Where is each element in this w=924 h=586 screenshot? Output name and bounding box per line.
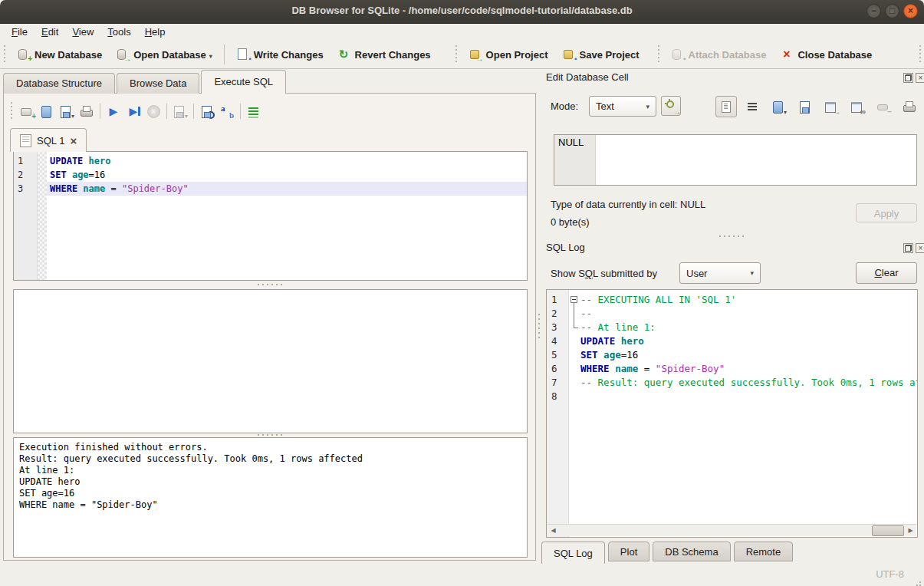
horizontal-splitter[interactable] bbox=[546, 234, 918, 239]
log-line: 8 bbox=[547, 390, 917, 403]
set-null-button[interactable]: − bbox=[873, 97, 893, 117]
save-project-icon: ▪ bbox=[562, 48, 575, 61]
vertical-splitter[interactable] bbox=[536, 93, 541, 561]
save-results-button[interactable]: ▾ bbox=[170, 102, 190, 120]
copy-link-button[interactable]: ∞ bbox=[847, 97, 867, 117]
sql-code-editor[interactable]: 1 UPDATE hero 2 SET age=16 3 WHERE name … bbox=[13, 151, 528, 281]
fold-collapse-icon[interactable] bbox=[571, 296, 577, 303]
horizontal-scrollbar[interactable]: ◀ ▶ bbox=[547, 524, 916, 536]
fold-line bbox=[574, 321, 578, 328]
scroll-left-icon[interactable]: ◀ bbox=[547, 525, 559, 536]
line-number: 5 bbox=[547, 348, 568, 362]
maximize-button[interactable]: □ bbox=[885, 4, 899, 18]
cell-value-editor[interactable]: NULL bbox=[554, 134, 917, 186]
close-tab-icon[interactable]: × bbox=[70, 136, 77, 146]
float-dock-icon[interactable] bbox=[903, 243, 913, 253]
log-filter-combobox[interactable]: User ▾ bbox=[679, 262, 761, 284]
scrollbar-thumb[interactable] bbox=[872, 525, 904, 536]
tab-remote[interactable]: Remote bbox=[734, 542, 794, 561]
cell-type-text: Type of data currently in cell: NULL bbox=[551, 199, 705, 210]
sql-tab[interactable]: SQL 1 × bbox=[10, 128, 87, 152]
sql-log-view[interactable]: 1 -- EXECUTING ALL IN 'SQL 1' 2 -- 3 -- … bbox=[546, 289, 918, 538]
tab-plot[interactable]: Plot bbox=[608, 542, 649, 561]
open-project-icon: → bbox=[469, 48, 482, 61]
message-line: WHERE name = "Spider-Boy" bbox=[19, 499, 521, 511]
tab-database-structure[interactable]: Database Structure bbox=[3, 73, 115, 94]
menu-help[interactable]: Help bbox=[138, 25, 173, 39]
toolbar-drag-handle[interactable] bbox=[10, 102, 14, 120]
attach-database-button[interactable]: ▪ Attach Database bbox=[664, 45, 774, 64]
close-dock-icon[interactable]: × bbox=[916, 73, 924, 83]
export-data-button[interactable] bbox=[795, 97, 815, 117]
open-database-button[interactable]: → Open Database ▾ bbox=[109, 45, 219, 64]
stop-execution-button[interactable]: × bbox=[143, 102, 163, 120]
import-settings-button[interactable]: → bbox=[661, 96, 681, 116]
print-sql-button[interactable] bbox=[77, 102, 97, 120]
line-number: 6 bbox=[547, 362, 568, 376]
save-project-button[interactable]: ▪ Save Project bbox=[555, 45, 646, 64]
mode-label: Mode: bbox=[551, 100, 578, 112]
text-mode-button[interactable] bbox=[715, 96, 737, 117]
close-button[interactable]: × bbox=[903, 4, 918, 18]
new-database-icon: + bbox=[17, 48, 30, 61]
open-project-button[interactable]: → Open Project bbox=[462, 45, 555, 64]
toolbar-drag-handle[interactable] bbox=[657, 45, 661, 64]
write-changes-button[interactable]: ▪ Write Changes bbox=[229, 45, 330, 64]
line-number: 3 bbox=[547, 321, 568, 334]
open-sql-tab-icon: + bbox=[20, 105, 34, 118]
tab-execute-sql[interactable]: Execute SQL bbox=[201, 70, 286, 94]
import-data-button[interactable]: ▾ bbox=[769, 97, 789, 117]
open-in-window-button[interactable]: → bbox=[821, 97, 841, 117]
mode-combobox[interactable]: Text ▾ bbox=[589, 96, 656, 117]
encoding-indicator[interactable]: UTF-8 bbox=[876, 568, 904, 580]
find-replace-button[interactable]: ab bbox=[217, 102, 237, 120]
find-button[interactable] bbox=[197, 102, 217, 120]
line-number: 1 bbox=[547, 293, 568, 307]
open-sql-tab-button[interactable]: + bbox=[17, 102, 37, 120]
toolbar-drag-handle[interactable] bbox=[3, 45, 7, 64]
tab-db-schema[interactable]: DB Schema bbox=[653, 542, 730, 561]
toolbar-button-label: Open Project bbox=[486, 49, 548, 61]
cell-size-text: 0 byte(s) bbox=[551, 216, 590, 228]
toolbar-drag-handle[interactable] bbox=[919, 45, 922, 64]
toolbar-drag-handle[interactable] bbox=[455, 45, 459, 64]
execute-current-line-button[interactable]: ▶ bbox=[123, 102, 143, 120]
horizontal-splitter[interactable] bbox=[13, 282, 528, 287]
menu-edit[interactable]: Edit bbox=[35, 25, 65, 39]
dropdown-caret-icon: ▾ bbox=[209, 53, 212, 60]
new-database-button[interactable]: + New Database bbox=[10, 45, 109, 64]
attach-database-icon: ▪ bbox=[671, 48, 684, 61]
code-text: UPDATE hero bbox=[580, 334, 917, 348]
line-number: 2 bbox=[547, 307, 568, 321]
apply-button[interactable]: Apply bbox=[856, 203, 917, 222]
word-wrap-button[interactable] bbox=[743, 97, 763, 117]
clear-log-button[interactable]: Clear bbox=[856, 262, 917, 284]
tab-browse-data[interactable]: Browse Data bbox=[117, 73, 199, 94]
print-cell-button[interactable] bbox=[899, 97, 919, 117]
menu-view[interactable]: View bbox=[65, 25, 100, 39]
chevron-down-icon: ▾ bbox=[750, 269, 754, 277]
close-dock-icon[interactable]: × bbox=[916, 243, 924, 253]
statusbar: UTF-8 bbox=[0, 561, 924, 586]
float-dock-icon[interactable] bbox=[903, 73, 913, 83]
close-database-button[interactable]: × Close Database bbox=[773, 45, 879, 64]
open-sql-file-icon bbox=[40, 105, 54, 118]
tab-sql-log[interactable]: SQL Log bbox=[541, 542, 605, 564]
titlebar[interactable]: DB Browser for SQLite - /home/user/code/… bbox=[0, 0, 924, 24]
resize-grip[interactable] bbox=[919, 581, 921, 583]
log-line: 7 -- Result: query executed successfully… bbox=[547, 376, 917, 390]
format-sql-button[interactable] bbox=[244, 102, 264, 120]
save-sql-file-button[interactable]: ▾ bbox=[57, 102, 77, 120]
line-number: 8 bbox=[547, 390, 568, 403]
window-title: DB Browser for SQLite - /home/user/code/… bbox=[0, 5, 924, 16]
menu-tools[interactable]: Tools bbox=[100, 25, 137, 39]
sql-tab-label: SQL 1 bbox=[37, 135, 64, 146]
scroll-right-icon[interactable]: ▶ bbox=[905, 525, 916, 536]
menubar: File Edit View Tools Help bbox=[0, 23, 924, 41]
open-sql-file-button[interactable] bbox=[37, 102, 57, 120]
revert-changes-button[interactable]: ↻ Revert Changes bbox=[330, 45, 438, 64]
log-line: 3 -- At line 1: bbox=[547, 321, 917, 334]
minimize-button[interactable]: − bbox=[866, 4, 881, 18]
execute-all-button[interactable]: ▶ bbox=[104, 102, 123, 120]
menu-file[interactable]: File bbox=[5, 25, 35, 39]
